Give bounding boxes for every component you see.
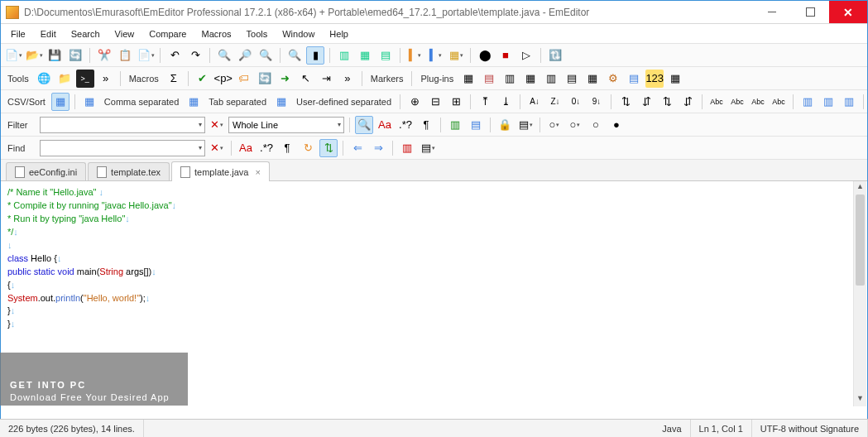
plugin5-icon[interactable]: ▥ bbox=[542, 70, 560, 88]
filter-search-icon[interactable]: 🔍 bbox=[355, 116, 373, 134]
macro-rec-button[interactable]: ⬤ bbox=[476, 46, 494, 65]
filter-word-icon[interactable]: ¶ bbox=[417, 116, 435, 134]
find-prev-icon[interactable]: ⇐ bbox=[348, 139, 367, 157]
sort-d1[interactable]: ⇅ bbox=[616, 93, 635, 111]
csv-t2[interactable]: ⊟ bbox=[426, 93, 444, 111]
window-button[interactable]: ▥ bbox=[335, 46, 353, 65]
tag2-icon[interactable]: 🏷 bbox=[235, 70, 253, 88]
sort-d4[interactable]: ⇵ bbox=[679, 93, 697, 111]
plugin2-icon[interactable]: ▤ bbox=[480, 70, 498, 88]
refresh-button[interactable]: 🔄 bbox=[66, 46, 84, 65]
scroll-thumb[interactable] bbox=[856, 194, 865, 286]
menu-search[interactable]: Search bbox=[65, 26, 107, 41]
plugin6-icon[interactable]: ▤ bbox=[563, 70, 581, 88]
col3[interactable]: ▥ bbox=[840, 93, 858, 111]
undo-button[interactable]: ↶ bbox=[165, 46, 184, 65]
lock-icon[interactable]: 🔒 bbox=[496, 116, 514, 134]
csv-comma-icon[interactable]: ▦ bbox=[80, 93, 98, 111]
menu-view[interactable]: View bbox=[108, 26, 141, 41]
plugin3-icon[interactable]: ▥ bbox=[501, 70, 519, 88]
filter-o2[interactable]: ○ bbox=[566, 116, 584, 134]
cursor-icon[interactable]: ↖ bbox=[297, 70, 315, 88]
csv-normal-icon[interactable]: ▦ bbox=[51, 93, 70, 111]
sort-1[interactable]: 0↓ bbox=[567, 93, 585, 111]
cut-button[interactable]: ✂️ bbox=[95, 46, 113, 65]
user-label[interactable]: User-defined separated bbox=[293, 97, 395, 107]
open-file-button[interactable]: 📂 bbox=[25, 46, 43, 65]
find-all-icon[interactable]: ▥ bbox=[398, 139, 416, 157]
find-next-icon[interactable]: ⇒ bbox=[369, 139, 387, 157]
csv-t4[interactable]: ⤒ bbox=[476, 93, 494, 111]
plugin9-icon[interactable]: ▤ bbox=[625, 70, 643, 88]
bookmark2-button[interactable]: ▍ bbox=[426, 46, 444, 65]
csv-t5[interactable]: ⤓ bbox=[496, 93, 515, 111]
sort-ab2[interactable]: Abc bbox=[728, 93, 746, 111]
goto-icon[interactable]: ⇥ bbox=[318, 70, 336, 88]
paste-button[interactable]: 📄 bbox=[137, 46, 155, 65]
close-button[interactable]: ✕ bbox=[829, 1, 867, 23]
filter-scope-combo[interactable]: Whole Line bbox=[228, 117, 344, 133]
comma-label[interactable]: Comma separated bbox=[101, 97, 183, 107]
sort-ab1[interactable]: Abc bbox=[707, 93, 726, 111]
find-wrap-icon[interactable]: ↻ bbox=[299, 139, 317, 157]
highlight-button[interactable]: ▮ bbox=[306, 46, 324, 65]
plugin1-icon[interactable]: ▦ bbox=[459, 70, 477, 88]
csv-tab-icon[interactable]: ▦ bbox=[185, 93, 203, 111]
split-button[interactable]: ▦ bbox=[356, 46, 374, 65]
refresh2-button[interactable]: 🔃 bbox=[546, 46, 564, 65]
sort-ab4[interactable]: Abc bbox=[770, 93, 788, 111]
expand2-icon[interactable]: » bbox=[338, 70, 357, 88]
csv-t3[interactable]: ⊞ bbox=[447, 93, 465, 111]
find-word-icon[interactable]: ¶ bbox=[278, 139, 296, 157]
find-files-button[interactable]: 🔍 bbox=[257, 46, 275, 65]
scroll-down-icon[interactable]: ▼ bbox=[854, 393, 866, 406]
csv-user-icon[interactable]: ▦ bbox=[272, 93, 290, 111]
go-icon[interactable]: ➜ bbox=[276, 70, 295, 88]
macro-stop-button[interactable]: ■ bbox=[496, 46, 515, 65]
find-button[interactable]: 🔍 bbox=[215, 46, 233, 65]
sort-9[interactable]: 9↓ bbox=[587, 93, 606, 111]
scroll-up-icon[interactable]: ▲ bbox=[854, 181, 866, 194]
tab-eeconfig[interactable]: eeConfig.ini bbox=[6, 162, 86, 180]
find-x-button[interactable]: ✕ bbox=[208, 139, 226, 157]
plugin10-icon[interactable]: 123 bbox=[645, 70, 664, 88]
cmd-icon[interactable]: >_ bbox=[76, 70, 94, 88]
explorer-icon[interactable]: 📁 bbox=[55, 70, 74, 88]
refresh3-icon[interactable]: 🔄 bbox=[256, 70, 274, 88]
find-prev-button[interactable]: 🔎 bbox=[236, 46, 254, 65]
csv-t1[interactable]: ⊕ bbox=[405, 93, 424, 111]
bookmark-button[interactable]: ▍ bbox=[405, 46, 424, 65]
redo-button[interactable]: ↷ bbox=[186, 46, 204, 65]
plugin7-icon[interactable]: ▦ bbox=[583, 70, 602, 88]
expand-icon[interactable]: » bbox=[97, 70, 115, 88]
filter-neg-icon[interactable]: ▥ bbox=[446, 116, 464, 134]
output-button[interactable]: ▤ bbox=[376, 46, 395, 65]
vertical-scrollbar[interactable]: ▲ ▼ bbox=[853, 181, 866, 406]
save-button[interactable]: 💾 bbox=[46, 46, 64, 65]
plugin11-icon[interactable]: ▦ bbox=[666, 70, 684, 88]
filter-regex-icon[interactable]: .*? bbox=[396, 116, 415, 134]
menu-compare[interactable]: Compare bbox=[142, 26, 193, 41]
filter-b2-icon[interactable]: ▤ bbox=[467, 116, 485, 134]
find-case-icon[interactable]: Aa bbox=[237, 139, 255, 157]
sort-d3[interactable]: ⇅ bbox=[658, 93, 676, 111]
filter-o1[interactable]: ○ bbox=[545, 116, 563, 134]
sort-a[interactable]: A↓ bbox=[525, 93, 544, 111]
find-inc-icon[interactable]: ⇅ bbox=[319, 139, 338, 157]
config-button[interactable]: ▦ bbox=[447, 46, 465, 65]
maximize-button[interactable] bbox=[791, 1, 829, 23]
filter-case-icon[interactable]: Aa bbox=[376, 116, 394, 134]
find-regex-icon[interactable]: .*? bbox=[257, 139, 276, 157]
filter-more-icon[interactable]: ▤ bbox=[516, 116, 535, 134]
zoom-button[interactable]: 🔍 bbox=[285, 46, 304, 65]
menu-edit[interactable]: Edit bbox=[34, 26, 63, 41]
find-combo[interactable] bbox=[40, 140, 205, 156]
menu-help[interactable]: Help bbox=[323, 26, 355, 41]
menu-tools[interactable]: Tools bbox=[240, 26, 275, 41]
filter-x-button[interactable]: ✕ bbox=[208, 116, 226, 134]
sort-d2[interactable]: ⇵ bbox=[637, 93, 655, 111]
plugin8-icon[interactable]: ⚙ bbox=[604, 70, 622, 88]
copy-button[interactable]: 📋 bbox=[116, 46, 134, 65]
sigma-icon[interactable]: Σ bbox=[165, 70, 183, 88]
plugin4-icon[interactable]: ▦ bbox=[521, 70, 540, 88]
